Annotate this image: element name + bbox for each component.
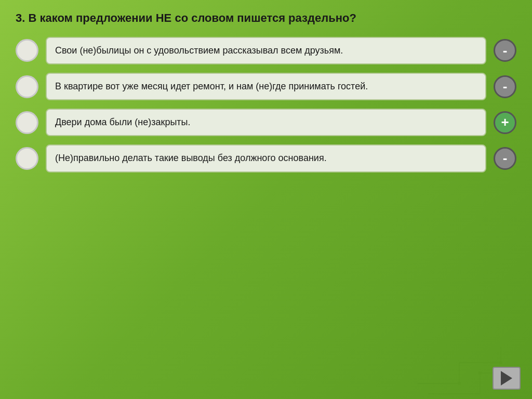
next-arrow-icon xyxy=(501,371,512,385)
svg-point-9 xyxy=(478,371,482,375)
option-box-3[interactable]: Двери дома были (не)закрыты. xyxy=(46,109,486,136)
radio-option-1[interactable] xyxy=(16,39,38,62)
option-box-4[interactable]: (Не)правильно делать такие выводы без до… xyxy=(46,144,486,172)
question-number: 3. xyxy=(16,11,25,24)
option-row-3: Двери дома были (не)закрыты. + xyxy=(16,109,516,136)
main-container: 3. В каком предложении НЕ со словом пише… xyxy=(0,0,532,399)
radio-option-2[interactable] xyxy=(16,75,38,98)
option-text-3: Двери дома были (не)закрыты. xyxy=(55,117,191,127)
radio-option-3[interactable] xyxy=(16,111,38,134)
question-text: 3. В каком предложении НЕ со словом пише… xyxy=(16,10,516,26)
sign-label-2: - xyxy=(503,78,508,95)
sign-label-3: + xyxy=(501,114,509,130)
sign-label-1: - xyxy=(503,43,508,59)
options-list: Свои (не)былицы он с удовольствием расск… xyxy=(16,37,516,172)
option-box-1[interactable]: Свои (не)былицы он с удовольствием расск… xyxy=(46,37,486,64)
option-text-4: (Не)правильно делать такие выводы без до… xyxy=(55,153,327,163)
option-row-2: В квартире вот уже месяц идет ремонт, и … xyxy=(16,73,516,100)
option-row-1: Свои (не)былицы он с удовольствием расск… xyxy=(16,37,516,64)
option-text-2: В квартире вот уже месяц идет ремонт, и … xyxy=(55,81,368,91)
sign-btn-4[interactable]: - xyxy=(494,147,516,170)
svg-point-8 xyxy=(499,361,502,364)
sign-btn-3[interactable]: + xyxy=(494,111,516,134)
sign-btn-1[interactable]: - xyxy=(494,39,516,62)
next-button[interactable] xyxy=(493,367,521,390)
radio-option-4[interactable] xyxy=(16,147,38,170)
sign-label-4: - xyxy=(503,150,508,166)
svg-point-7 xyxy=(458,382,461,385)
option-text-1: Свои (не)былицы он с удовольствием расск… xyxy=(55,45,343,56)
sign-btn-2[interactable]: - xyxy=(494,75,516,98)
option-row-4: (Не)правильно делать такие выводы без до… xyxy=(16,144,516,172)
option-box-2[interactable]: В квартире вот уже месяц идет ремонт, и … xyxy=(46,73,486,100)
question-body: В каком предложении НЕ со словом пишется… xyxy=(25,11,356,24)
